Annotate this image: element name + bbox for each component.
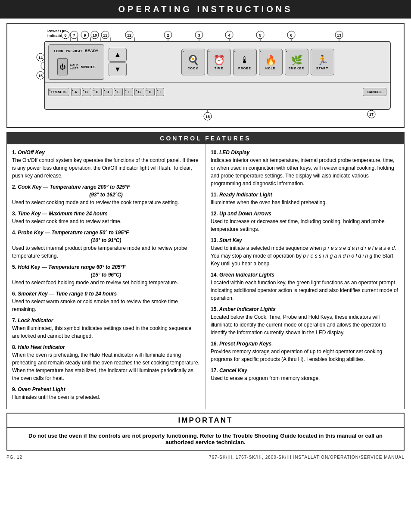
feature-1: 1. On/Off Key The On/Off control system … <box>12 149 200 180</box>
panel-top-row: LOCK PRE-HEAT READY ⏻ HALO HEAT MINUTES <box>45 42 390 83</box>
start-button[interactable]: 🏃 START <box>311 49 334 75</box>
control-panel-box: LOCK PRE-HEAT READY ⏻ HALO HEAT MINUTES <box>44 41 391 110</box>
cook-button[interactable]: ● 🍳 COOK <box>181 49 205 75</box>
feature-11: 11. Ready Indicator Light Illuminates wh… <box>211 191 399 206</box>
svg-point-8 <box>70 31 78 39</box>
panel-left-subpanel: LOCK PRE-HEAT READY ⏻ HALO HEAT MINUTES <box>48 44 104 80</box>
svg-point-18 <box>164 31 172 39</box>
svg-point-14 <box>101 31 109 39</box>
feature-17: 17. Cancel Key Used to erase a program f… <box>211 367 399 382</box>
svg-text:2: 2 <box>167 33 169 37</box>
probe-label: PROBE <box>238 67 251 70</box>
preset-i-button[interactable]: ●I <box>156 88 164 96</box>
smoker-button[interactable]: ● 🌿 SMOKER <box>285 49 308 75</box>
feature-7: 7. Lock Indicator When illuminated, this… <box>12 317 200 340</box>
svg-point-30 <box>287 31 295 39</box>
preheat-label: PRE-HEAT <box>66 49 82 53</box>
feature-2: 2. Cook Key — Temperature range 200° to … <box>12 183 200 206</box>
important-body: Do not use the oven if the controls are … <box>6 428 405 451</box>
preset-c-button[interactable]: ●C <box>93 88 102 96</box>
svg-text:6: 6 <box>290 33 292 37</box>
svg-text:4: 4 <box>228 33 230 37</box>
header-title: OPERATING INSTRUCTIONS <box>118 4 293 14</box>
svg-point-45 <box>367 110 375 118</box>
up-arrow-button[interactable]: ▲ <box>109 48 127 62</box>
feature-15: 15. Amber Indicator Lights Located below… <box>211 305 399 336</box>
preset-a-button[interactable]: ●A <box>71 88 81 96</box>
feature-16: 16. Preset Program Keys Provides memory … <box>211 340 399 363</box>
start-key: 🏃 START <box>311 49 334 75</box>
down-arrow-button[interactable]: ▼ <box>109 62 127 76</box>
svg-point-36 <box>37 53 44 61</box>
page-footer: PG. 12 767-SK/III, 1767-SK/III, 2800-SK/… <box>6 455 405 460</box>
power-on-label: Power ONIndicator <box>47 29 66 38</box>
hold-key: ● 🔥 HOLD <box>259 49 283 75</box>
ready-label: READY <box>85 49 99 53</box>
svg-text:5: 5 <box>259 33 261 37</box>
lock-label: LOCK <box>54 49 63 53</box>
feature-9: 9. Oven Preheat Light Illuminates until … <box>12 386 200 401</box>
preset-g-button[interactable]: ●G <box>134 88 144 96</box>
page-header: OPERATING INSTRUCTIONS <box>0 0 411 19</box>
cook-key: ● 🍳 COOK <box>181 49 205 75</box>
feature-8: 8. Halo Heat Indicator When the oven is … <box>12 343 200 382</box>
time-button[interactable]: ● ⏰ TIME <box>207 49 231 75</box>
smoker-key: ● 🌿 SMOKER <box>285 49 308 75</box>
hold-button[interactable]: ● 🔥 HOLD <box>259 49 283 75</box>
presets-row: ● PRESETS ●A ●B ●C ●D ●E ●F ●G ●H ●I CAN… <box>45 83 390 101</box>
feature-5: 5. Hold Key — Temperature range 60° to 2… <box>12 263 200 286</box>
preset-e-button[interactable]: ●E <box>114 88 123 96</box>
halo-heat-label: HALO HEAT <box>70 64 78 70</box>
svg-text:11: 11 <box>103 33 107 37</box>
arrow-keys: ▲ ▼ <box>109 48 127 76</box>
page-number: PG. 12 <box>6 455 22 460</box>
svg-point-33 <box>335 31 343 39</box>
features-section: 1. On/Off Key The On/Off control system … <box>6 144 405 409</box>
start-label: START <box>316 67 328 70</box>
on-off-area: ⏻ <box>57 58 68 75</box>
svg-text:3: 3 <box>198 33 200 37</box>
function-keys-group: ● 🍳 COOK ● ⏰ TIME <box>129 49 386 75</box>
svg-point-39 <box>37 72 44 79</box>
preset-h-button[interactable]: ●H <box>146 88 155 96</box>
svg-text:7: 7 <box>73 33 75 37</box>
halo-minutes-row: ⏻ HALO HEAT MINUTES <box>57 58 96 75</box>
manual-info: 767-SK/III, 1767-SK/III, 2800-SK/III INS… <box>209 455 405 460</box>
probe-key: ● 🌡 PROBE <box>233 49 257 75</box>
lock-preheat-ready-row: LOCK PRE-HEAT READY <box>54 49 99 53</box>
svg-point-42 <box>204 112 212 120</box>
svg-text:10: 10 <box>93 33 97 37</box>
svg-point-21 <box>195 31 203 39</box>
feature-4: 4. Probe Key — Temperature range 50° to … <box>12 229 200 260</box>
feature-13: 13. Start Key Used to initiate a selecte… <box>211 236 399 268</box>
preset-b-button[interactable]: ●B <box>82 88 91 96</box>
svg-point-27 <box>256 31 264 39</box>
cancel-button[interactable]: CANCEL <box>363 88 386 96</box>
time-key: ● ⏰ TIME <box>207 49 231 75</box>
cook-label: COOK <box>188 67 199 70</box>
svg-text:13: 13 <box>337 33 341 37</box>
preset-d-button[interactable]: ●D <box>103 88 112 96</box>
feature-6: 6. Smoker Key — Time range 0 to 24 hours… <box>12 290 200 313</box>
smoker-label: SMOKER <box>289 67 305 70</box>
presets-button[interactable]: ● PRESETS <box>48 88 69 96</box>
on-off-button[interactable]: ⏻ <box>57 58 68 75</box>
feature-12: 12. Up and Down Arrows Used to increase … <box>211 210 399 233</box>
preset-f-button[interactable]: ●F <box>124 88 133 96</box>
feature-3: 3. Time Key — Maximum time 24 hours Used… <box>12 210 200 225</box>
svg-text:17: 17 <box>369 112 374 117</box>
probe-button[interactable]: ● 🌡 PROBE <box>233 49 257 75</box>
svg-text:12: 12 <box>127 33 131 37</box>
panel-diagram: Power ONIndicator <box>12 28 399 123</box>
time-label: TIME <box>215 67 224 70</box>
diagram-section: Power ONIndicator <box>6 23 405 128</box>
svg-point-24 <box>225 31 233 39</box>
feature-14: 14. Green Indicator Lights Located withi… <box>211 271 399 302</box>
important-header: IMPORTANT <box>6 413 405 428</box>
minutes-label: MINUTES <box>81 65 96 69</box>
svg-text:16: 16 <box>206 115 210 119</box>
features-right-column: 10. LED Display Indicates interior oven … <box>206 144 404 409</box>
svg-text:9: 9 <box>84 33 86 37</box>
svg-text:14: 14 <box>38 56 43 60</box>
svg-point-10 <box>81 31 89 39</box>
